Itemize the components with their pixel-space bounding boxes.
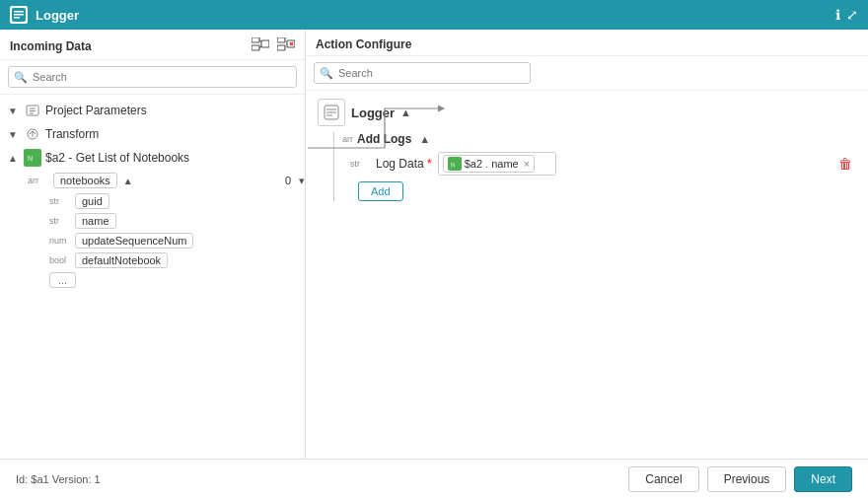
add-button[interactable]: Add (358, 181, 403, 201)
notebooks-row[interactable]: arr notebooks ▲ 0 ▾ (0, 170, 305, 191)
svg-rect-1 (14, 11, 24, 13)
svg-rect-10 (277, 45, 285, 50)
left-search-box: 🔍 (0, 60, 305, 95)
right-search-box: 🔍 (306, 56, 868, 91)
project-parameters-label: Project Parameters (45, 104, 147, 117)
tree-item-transform[interactable]: ▼ Transform (0, 122, 305, 146)
add-logs-collapse[interactable]: ▲ (419, 133, 430, 145)
log-data-label: Log Data * (376, 157, 432, 171)
name-type: str (49, 216, 71, 226)
right-search-input[interactable] (314, 62, 531, 84)
info-icon[interactable]: ℹ (835, 7, 840, 23)
panels-wrapper: Action Configure 🔍 (306, 30, 868, 459)
svg-rect-6 (261, 40, 269, 47)
panel-header-icons (252, 37, 295, 55)
add-logs-type: arr (342, 134, 353, 144)
field-guid[interactable]: str guid (0, 191, 305, 211)
action-configure-title: Action Configure (316, 37, 411, 51)
svg-text:N: N (451, 162, 455, 168)
logger-block: Logger ▲ arr Add Logs ▲ str (318, 99, 856, 201)
right-panel: Action Configure 🔍 (306, 30, 868, 459)
main-layout: Incoming Data (0, 30, 868, 459)
field-name[interactable]: str name (0, 211, 305, 231)
log-data-type: str (350, 159, 370, 169)
svg-text:N: N (28, 155, 33, 162)
name-label: name (75, 213, 116, 229)
cancel-button[interactable]: Cancel (628, 466, 698, 492)
field-updatesequencenum[interactable]: num updateSequenceNum (0, 231, 305, 250)
bottom-bar: Id: $a1 Version: 1 Cancel Previous Next (0, 459, 868, 498)
chip-close-btn[interactable]: × (524, 158, 530, 170)
tree-item-project-parameters[interactable]: ▼ Project Parameters (0, 99, 305, 122)
a2-label: $a2 - Get List of Notebooks (45, 151, 189, 165)
incoming-data-title: Incoming Data (10, 39, 244, 53)
chevron-transform: ▼ (8, 129, 20, 140)
action-content: Logger ▲ arr Add Logs ▲ str (306, 91, 868, 459)
notebooks-caret: ▲ (123, 176, 133, 186)
usn-label: updateSequenceNum (75, 233, 193, 249)
notebooks-pill: notebooks (53, 173, 117, 188)
left-panel: Incoming Data (0, 30, 306, 459)
usn-type: num (49, 236, 71, 246)
svg-rect-3 (14, 17, 20, 19)
add-button-wrapper: Add (350, 181, 856, 201)
required-star: * (424, 157, 432, 171)
field-defaultnotebook[interactable]: bool defaultNotebook (0, 250, 305, 270)
chevron-project-parameters: ▼ (8, 106, 20, 116)
notebooks-count: 0 (285, 175, 291, 186)
more-pill: ... (49, 272, 76, 288)
log-data-delete[interactable]: 🗑 (834, 156, 856, 172)
add-logs-header[interactable]: arr Add Logs ▲ (342, 132, 856, 146)
titlebar-controls: ℹ ⤢ (835, 7, 858, 23)
dn-type: bool (49, 255, 71, 265)
logger-icon (318, 99, 345, 126)
chevron-a2: ▲ (8, 153, 20, 164)
log-data-value: N $a2 . name × (438, 152, 556, 176)
titlebar-title: Logger (36, 8, 828, 23)
guid-type: str (49, 196, 71, 206)
logger-header: Logger ▲ (318, 99, 856, 126)
a2-icon: N (24, 149, 41, 167)
transform-label: Transform (45, 127, 99, 141)
next-button[interactable]: Next (794, 466, 852, 492)
guid-label: guid (75, 193, 109, 209)
svg-rect-9 (277, 37, 285, 42)
dn-label: defaultNotebook (75, 252, 168, 268)
titlebar: Logger ℹ ⤢ (0, 0, 868, 30)
svg-rect-4 (252, 37, 259, 42)
expand-icon[interactable]: ⤢ (846, 7, 858, 23)
add-logs-label: Add Logs (357, 132, 411, 146)
tree-content: ▼ Project Parameters ▼ (0, 95, 305, 459)
project-params-icon (24, 102, 41, 119)
app-icon (10, 6, 28, 24)
log-data-row: str Log Data * N (342, 152, 856, 176)
logger-name: Logger (351, 106, 395, 120)
value-chip[interactable]: N $a2 . name × (443, 155, 535, 173)
more-items[interactable]: ... (0, 270, 305, 288)
left-search-icon: 🔍 (14, 71, 28, 84)
transform-icon (24, 125, 41, 143)
svg-rect-5 (252, 45, 259, 50)
left-panel-header: Incoming Data (0, 30, 305, 60)
chip-field-label: name (491, 158, 519, 170)
right-panel-header: Action Configure (306, 30, 868, 56)
logger-collapse[interactable]: ▲ (400, 107, 411, 118)
arr-type-label: arr (28, 176, 49, 185)
left-search-input[interactable] (8, 66, 297, 88)
notebooks-dropdown[interactable]: ▾ (299, 175, 305, 187)
bottom-info: Id: $a1 Version: 1 (16, 473, 620, 485)
right-search-icon: 🔍 (320, 67, 333, 80)
clear-map-icon[interactable] (277, 37, 295, 55)
chip-source-label: $a2 (465, 158, 482, 170)
tree-item-a2[interactable]: ▲ N $a2 - Get List of Notebooks (0, 146, 305, 170)
add-logs-section: arr Add Logs ▲ str Log Data * (333, 132, 856, 201)
chip-source-icon: N (448, 157, 462, 171)
map-icon[interactable] (252, 37, 269, 55)
previous-button[interactable]: Previous (707, 466, 787, 492)
svg-rect-2 (14, 14, 24, 16)
chip-dot: . (485, 158, 488, 170)
